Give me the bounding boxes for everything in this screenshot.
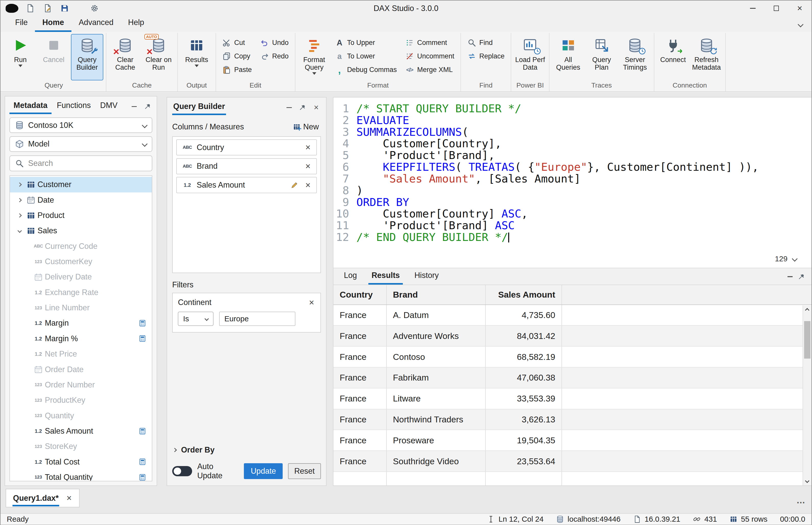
new-file-icon[interactable] [25, 3, 35, 14]
menu-tab-help[interactable]: Help [121, 16, 151, 32]
results-header-brand[interactable]: Brand [387, 285, 486, 304]
close-button[interactable]: × [788, 0, 812, 16]
code-line-1[interactable]: 1/* START QUERY BUILDER */ [334, 103, 812, 115]
tree-item-total-quantity[interactable]: 123Total Quantity [10, 470, 152, 481]
menu-tab-advanced[interactable]: Advanced [72, 16, 121, 32]
filter-operator-select[interactable]: Is [178, 312, 213, 326]
reset-button[interactable]: Reset [288, 463, 321, 479]
ribbon-collapse-chevron[interactable] [794, 19, 807, 30]
tree-item-net-price[interactable]: 1.2Net Price [10, 346, 152, 362]
results-row-7[interactable]: FranceProseware19,504.35 [334, 430, 812, 451]
qb-column-country[interactable]: ABCCountry× [176, 139, 317, 155]
results-row-2[interactable]: FranceAdventure Works84,031.42 [334, 326, 812, 347]
search-input[interactable] [28, 159, 147, 168]
filter-value-input[interactable] [219, 312, 295, 326]
remove-column-icon[interactable]: × [304, 181, 311, 190]
tree-item-customerkey[interactable]: 123CustomerKey [10, 254, 152, 269]
tree-item-margin[interactable]: 1.2Margin % [10, 331, 152, 346]
load-perf-data-button[interactable]: Load Perf Data [514, 34, 547, 80]
code-line-6[interactable]: 6 KEEPFILTERS( TREATAS( {"Europe"}, Cust… [334, 161, 812, 173]
tree-item-product[interactable]: Product [10, 208, 152, 223]
query-builder-pin-icon[interactable] [298, 103, 307, 112]
document-tab-query1[interactable]: Query1.dax* × [5, 489, 79, 508]
menu-tab-home[interactable]: Home [35, 16, 71, 32]
results-tab-history[interactable]: History [411, 268, 442, 284]
clear-cache-button[interactable]: × Clear Cache [109, 34, 141, 80]
metadata-tab-metadata[interactable]: Metadata [10, 99, 52, 114]
code-line-10[interactable]: 10 Customer[Country] ASC, [334, 208, 812, 220]
connect-button[interactable]: Connect [657, 34, 689, 80]
save-as-icon[interactable] [42, 3, 53, 14]
metadata-minimize-icon[interactable] [129, 102, 139, 111]
results-row-8[interactable]: FranceSouthridge Video23,553.64 [334, 451, 812, 472]
copy-button[interactable]: Copy [219, 49, 256, 63]
code-line-4[interactable]: 4 Customer[Country], [334, 138, 812, 150]
remove-column-icon[interactable]: × [304, 162, 311, 171]
refresh-metadata-button[interactable]: Refresh Metadata [690, 34, 723, 80]
query-builder-minimize-icon[interactable] [285, 103, 294, 112]
code-line-8[interactable]: 8) [334, 185, 812, 196]
code-line-9[interactable]: 9ORDER BY [334, 196, 812, 208]
save-icon[interactable] [59, 3, 70, 14]
remove-column-icon[interactable]: × [304, 143, 311, 152]
comment-button[interactable]: Comment [401, 36, 458, 49]
results-tab-results[interactable]: Results [368, 268, 403, 284]
tree-item-sales-amount[interactable]: 1.2Sales Amount [10, 423, 152, 439]
merge-xml-button[interactable]: </>Merge XML [401, 63, 458, 77]
all-queries-button[interactable]: All Queries [552, 34, 584, 80]
results-row-6[interactable]: FranceNorthwind Traders3,626.13 [334, 409, 812, 430]
filter-remove-icon[interactable]: × [308, 298, 315, 307]
tree-item-date[interactable]: Date [10, 192, 152, 208]
menu-tab-file[interactable]: File [8, 16, 35, 32]
tree-item-currency-code[interactable]: ABCCurrency Code [10, 239, 152, 254]
run-button[interactable]: Run [4, 34, 36, 80]
debug-commas-button[interactable]: ,Debug Commas [332, 63, 400, 77]
find-button[interactable]: Find [463, 36, 508, 49]
tree-item-order-date[interactable]: Order Date [10, 362, 152, 377]
code-line-5[interactable]: 5 'Product'[Brand], [334, 150, 812, 161]
model-select[interactable]: Model [10, 136, 153, 152]
tree-item-delivery-date[interactable]: Delivery Date [10, 269, 152, 285]
to-upper-button[interactable]: ATo Upper [332, 36, 400, 49]
results-output-button[interactable]: Results [180, 34, 213, 80]
undo-button[interactable]: Undo [257, 36, 292, 49]
server-timings-button[interactable]: Server Timings [619, 34, 651, 80]
results-pin-icon[interactable] [797, 272, 807, 282]
results-row-5[interactable]: FranceLitware33,553.39 [334, 388, 812, 409]
code-line-11[interactable]: 11 'Product'[Brand] ASC [334, 220, 812, 231]
tree-item-margin[interactable]: 1.2Margin [10, 315, 152, 331]
cut-button[interactable]: Cut [219, 36, 256, 49]
expand-arrow-icon[interactable] [15, 198, 25, 201]
results-header-country[interactable]: Country [334, 285, 387, 304]
tree-item-total-cost[interactable]: 1.2Total Cost [10, 454, 152, 469]
scroll-up-icon[interactable] [805, 308, 810, 312]
tree-item-productkey[interactable]: 123ProductKey [10, 392, 152, 408]
editor-zoom-select[interactable]: 129 [775, 253, 797, 265]
tree-item-customer[interactable]: Customer [10, 177, 152, 192]
document-tab-close-icon[interactable]: × [65, 494, 73, 502]
results-tab-log[interactable]: Log [341, 268, 360, 284]
paste-button[interactable]: Paste [219, 63, 256, 77]
tree-item-exchange-rate[interactable]: 1.2Exchange Rate [10, 285, 152, 300]
scrollbar-thumb[interactable] [804, 321, 811, 359]
results-minimize-icon[interactable] [785, 272, 795, 282]
code-line-7[interactable]: 7 "Sales Amount", [Sales Amount] [334, 173, 812, 185]
scroll-down-icon[interactable] [805, 479, 810, 483]
format-query-button[interactable]: Format Query [298, 34, 331, 80]
uncomment-button[interactable]: Uncomment [401, 49, 458, 63]
to-lower-button[interactable]: aTo Lower [332, 49, 400, 63]
results-row-4[interactable]: FranceFabrikam47,060.38 [334, 368, 812, 388]
database-select[interactable]: Contoso 10K [10, 117, 153, 133]
expand-arrow-icon[interactable] [15, 183, 25, 186]
tree-item-storekey[interactable]: 123StoreKey [10, 439, 152, 454]
metadata-tab-functions[interactable]: Functions [52, 99, 95, 114]
edit-measure-icon[interactable] [289, 181, 300, 189]
results-row-3[interactable]: FranceContoso68,582.19 [334, 347, 812, 368]
code-line-2[interactable]: 2EVALUATE [334, 115, 812, 126]
status-overflow-button[interactable]: … [796, 495, 806, 505]
minimize-button[interactable] [741, 0, 765, 16]
settings-gear-icon[interactable] [89, 3, 100, 14]
redo-button[interactable]: Redo [257, 49, 292, 63]
qb-column-brand[interactable]: ABCBrand× [176, 158, 317, 174]
replace-button[interactable]: Replace [463, 49, 508, 63]
